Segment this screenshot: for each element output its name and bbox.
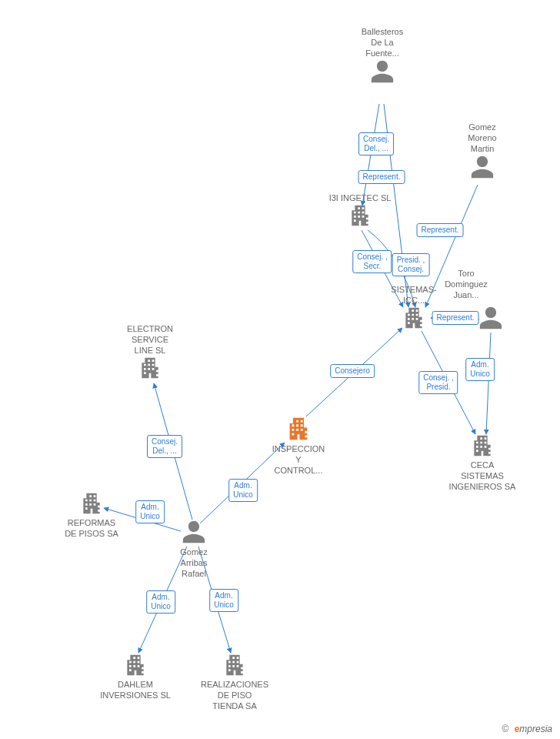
edge-label[interactable]: Consej. , Secr. (352, 250, 392, 273)
node-label: CECA SISTEMAS INGENIEROS SA (436, 460, 528, 492)
edge-label[interactable]: Consejero (330, 364, 375, 378)
diagram-canvas: Ballesteros De La Fuente... Gomez Moreno… (0, 0, 560, 739)
person-icon (469, 154, 495, 182)
edge-label[interactable]: Represent. (358, 170, 405, 184)
edge-label[interactable]: Adm. Unico (228, 479, 258, 502)
building-icon (138, 356, 162, 382)
node-label: REFORMAS DE PISOS SA (45, 517, 138, 539)
node-label: I3I INGETEC SL (314, 192, 406, 203)
node-label: INSPECCION Y CONTROL... (252, 443, 345, 476)
node-ceca[interactable]: CECA SISTEMAS INGENIEROS SA (436, 433, 528, 492)
person-icon (478, 305, 504, 333)
node-realizaciones[interactable]: REALIZACIONES DE PISO TIENDA SA (188, 653, 281, 711)
svg-line-5 (486, 333, 491, 434)
building-icon (123, 653, 148, 679)
node-i3i-ingetec[interactable]: I3I INGETEC SL (314, 192, 406, 229)
building-icon (285, 416, 312, 443)
node-label: Gomez Moreno Martin (436, 122, 528, 154)
building-icon (79, 491, 104, 517)
edge-label[interactable]: Consej. Del., ... (147, 435, 182, 458)
node-reformas[interactable]: REFORMAS DE PISOS SA (45, 491, 138, 539)
edge-label[interactable]: Represent. (432, 311, 479, 325)
edge-label[interactable]: Adm. Unico (135, 500, 165, 523)
node-dahlem[interactable]: DAHLEM INVERSIONES SL (89, 653, 182, 701)
person-icon (181, 519, 207, 547)
node-label: SISTEMAS- ICC... (368, 284, 460, 306)
edge-label[interactable]: Adm. Unico (465, 358, 495, 381)
copyright-symbol: © (502, 724, 508, 734)
node-inspeccion-control[interactable]: INSPECCION Y CONTROL... (252, 416, 345, 476)
node-label: DAHLEM INVERSIONES SL (89, 679, 182, 701)
edge-label[interactable]: Presid. , Consej. (392, 253, 430, 276)
footer-brand: © empresia (502, 724, 552, 734)
node-label: REALIZACIONES DE PISO TIENDA SA (188, 679, 281, 711)
node-electron[interactable]: ELECTRON SERVICE LINE SL (104, 323, 196, 382)
node-label: Ballesteros De La Fuente... (336, 26, 428, 59)
brand-name: empresia (515, 724, 552, 734)
edge-label[interactable]: Adm. Unico (146, 590, 175, 614)
building-icon (222, 653, 247, 679)
edge-label[interactable]: Represent. (417, 223, 464, 237)
node-label: Gomez Arribas Rafael (148, 547, 240, 579)
building-icon (348, 203, 372, 229)
building-icon (470, 433, 495, 460)
node-ballesteros[interactable]: Ballesteros De La Fuente... (336, 26, 428, 86)
node-gomez-moreno[interactable]: Gomez Moreno Martin (436, 122, 528, 182)
edge-label[interactable]: Adm. Unico (209, 589, 238, 612)
building-icon (402, 306, 426, 332)
person-icon (369, 59, 395, 86)
edge-label[interactable]: Consej. , Presid. (418, 371, 458, 394)
edge-label[interactable]: Consej. Del., ... (358, 132, 394, 155)
node-gomez-arribas[interactable]: Gomez Arribas Rafael (148, 519, 240, 579)
node-label: ELECTRON SERVICE LINE SL (104, 323, 196, 356)
